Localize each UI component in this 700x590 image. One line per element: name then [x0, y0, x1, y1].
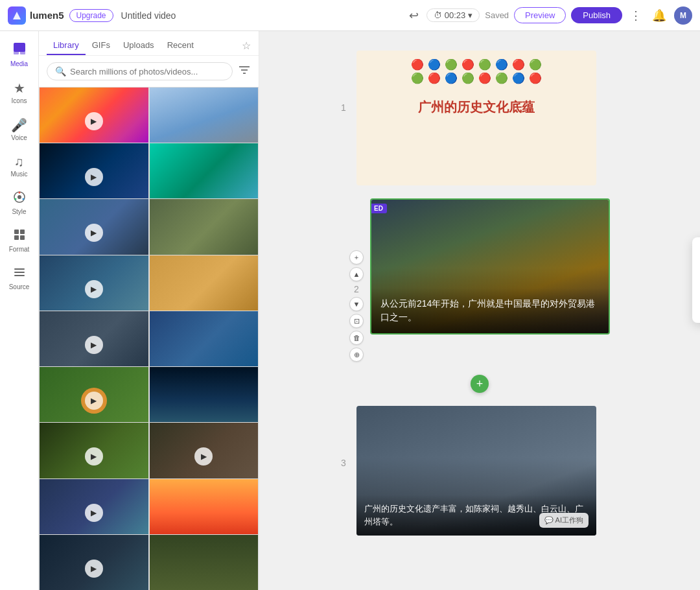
tab-library[interactable]: Library [47, 36, 86, 55]
slide-actions-col: + ▲ 2 ▼ ⊡ 🗑 ⊕ [349, 250, 364, 362]
slide-number-2: 2 [350, 284, 363, 294]
canvas-area: 1 🔴 🔵 🟢 🔴 🟢 🔵 🔴 🟢 🟢 🔴 [259, 31, 700, 590]
slide-row-3: 3 广州的历史文化遗产丰富，如陈家祠、越秀山、白云山、广州塔等。 💬 AI工作狗 [272, 406, 687, 536]
delete-button[interactable]: 🗑 [349, 331, 364, 345]
svg-point-5 [18, 195, 21, 199]
tab-recent[interactable]: Recent [161, 36, 200, 55]
svg-rect-14 [14, 272, 25, 273]
logo: lumen5 [8, 6, 64, 25]
notifications-button[interactable]: 🔔 [649, 6, 669, 25]
play-icon: ▶ [85, 168, 103, 186]
sidebar-label-format: Format [9, 246, 30, 253]
context-menu-shuffle[interactable]: ✕ Shuffle colors [692, 300, 700, 319]
upgrade-button[interactable]: Upgrade [69, 9, 113, 22]
search-icon: 🔍 [55, 66, 66, 77]
slide2-text: 从公元前214年开始，广州就是中国最早的对外贸易港口之一。 [380, 297, 600, 324]
undo-button[interactable]: ↩ [406, 6, 421, 25]
publish-button[interactable]: Publish [571, 7, 622, 23]
move-down-button[interactable]: ▼ [349, 297, 364, 311]
svg-rect-10 [20, 230, 25, 234]
source-icon [13, 266, 26, 282]
svg-rect-1 [14, 43, 25, 52]
sidebar-item-music[interactable]: ♫ Music [0, 149, 38, 183]
slide-card-3[interactable]: 广州的历史文化遗产丰富，如陈家祠、越秀山、白云山、广州塔等。 💬 AI工作狗 [356, 406, 596, 536]
play-icon: ▶ [85, 392, 103, 410]
video-title[interactable]: Untitled video [121, 10, 176, 21]
watermark-icon: 💬 [544, 516, 554, 524]
context-menu-preview[interactable]: ▶ Preview [692, 241, 700, 261]
add-above-button[interactable]: + [349, 250, 364, 265]
play-icon: ▶ [85, 112, 103, 130]
sidebar-item-source[interactable]: Source [0, 261, 38, 296]
sidebar-label-voice: Voice [11, 134, 27, 141]
add-slide-button[interactable]: + [471, 375, 489, 393]
add-element-button[interactable]: ⊕ [349, 348, 364, 362]
slide-number-1: 1 [337, 102, 350, 113]
svg-point-8 [14, 198, 16, 200]
svg-rect-9 [14, 230, 19, 234]
context-menu-swap[interactable]: ⊞ Swap design [692, 280, 700, 300]
svg-point-7 [22, 198, 24, 200]
move-up-button[interactable]: ▲ [349, 267, 364, 281]
play-icon: ▶ [85, 447, 103, 466]
more-options-button[interactable]: ⋮ [627, 6, 644, 25]
preview-button[interactable]: Preview [514, 7, 566, 23]
svg-rect-3 [20, 51, 25, 54]
slide-row-2: + ▲ 2 ▼ ⊡ 🗑 ⊕ ED 从公元前214年开始，广州就是中国最早的对外贸… [272, 198, 687, 362]
format-icon [13, 228, 26, 244]
logo-text: lumen5 [30, 10, 64, 21]
sidebar-item-style[interactable]: Style [0, 185, 38, 220]
media-grid: ▶ ▶ ▶ [39, 87, 259, 590]
svg-marker-0 [13, 12, 21, 19]
svg-rect-12 [20, 235, 25, 240]
sidebar-item-icons[interactable]: ★ Icons [0, 75, 38, 110]
tab-uploads[interactable]: Uploads [117, 36, 161, 55]
media-thumb[interactable]: ▶ [39, 534, 149, 590]
clock-icon: ⏱ [434, 10, 442, 20]
sidebar-item-voice[interactable]: 🎤 Voice [0, 112, 38, 147]
sidebar-label-source: Source [9, 283, 30, 290]
slide2-overlay: 从公元前214年开始，广州就是中国最早的对外贸易港口之一。 [371, 288, 609, 333]
sidebar: Media ★ Icons 🎤 Voice ♫ Music Style Form… [0, 31, 39, 590]
tab-gifs[interactable]: GIFs [86, 36, 117, 55]
main-body: Media ★ Icons 🎤 Voice ♫ Music Style Form… [0, 31, 700, 590]
play-icon: ▶ [85, 336, 103, 354]
sidebar-item-media[interactable]: Media [0, 36, 38, 73]
play-icon: ▶ [85, 224, 103, 242]
voice-icon: 🎤 [11, 117, 27, 133]
saved-status: Saved [485, 10, 509, 20]
media-tabs: Library GIFs Uploads Recent ☆ [39, 31, 259, 56]
star-button[interactable]: ☆ [242, 40, 251, 52]
music-icon: ♫ [14, 154, 24, 169]
slide1-ornaments: 🔴 🔵 🟢 🔴 🟢 🔵 🔴 🟢 🟢 🔴 🔵 🟢 [356, 51, 596, 88]
duration-value: 00:23 [445, 10, 466, 20]
watermark: 💬 AI工作狗 [539, 513, 589, 528]
slide-number-3: 3 [337, 458, 350, 468]
search-input[interactable] [70, 67, 224, 77]
slide-card-1[interactable]: 🔴 🔵 🟢 🔴 🟢 🔵 🔴 🟢 🟢 🔴 🔵 🟢 [356, 51, 596, 185]
svg-point-6 [18, 192, 20, 194]
logo-icon [8, 6, 26, 25]
filter-button[interactable] [238, 64, 251, 80]
header: lumen5 Upgrade Untitled video ↩ ⏱ 00:23 … [0, 0, 700, 31]
media-thumb[interactable] [149, 534, 259, 590]
sidebar-label-music: Music [10, 171, 27, 178]
svg-rect-2 [14, 51, 19, 54]
play-icon: ▶ [194, 447, 213, 466]
chevron-down-icon: ▾ [468, 10, 472, 20]
search-box: 🔍 [47, 62, 233, 80]
play-icon: ▶ [85, 560, 103, 578]
context-menu: ▶ Preview ⏱ - 3s + ⊞ Swap design ✕ Shuff… [692, 237, 700, 323]
avatar[interactable]: M [674, 6, 692, 25]
slide-row-1: 1 🔴 🔵 🟢 🔴 🟢 🔵 🔴 🟢 🟢 🔴 [272, 51, 687, 185]
sidebar-item-format[interactable]: Format [0, 223, 38, 258]
header-center: ↩ ⏱ 00:23 ▾ Saved Preview Publish ⋮ 🔔 M [406, 6, 692, 25]
sidebar-label-icons: Icons [12, 97, 27, 104]
context-menu-duration[interactable]: ⏱ - 3s + [692, 261, 700, 280]
sidebar-label-style: Style [12, 208, 26, 215]
svg-rect-15 [14, 275, 25, 276]
duplicate-button[interactable]: ⊡ [349, 314, 364, 328]
svg-rect-13 [14, 268, 25, 270]
duration-badge[interactable]: ⏱ 00:23 ▾ [426, 8, 480, 22]
slide-card-2[interactable]: ED 从公元前214年开始，广州就是中国最早的对外贸易港口之一。 [370, 198, 610, 335]
